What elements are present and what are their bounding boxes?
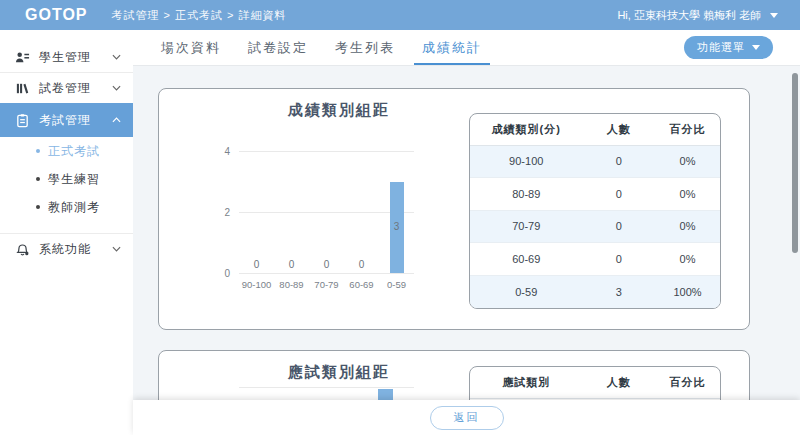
chart-columns: 00003: [239, 151, 414, 273]
sidebar-item-system-functions[interactable]: 系統功能: [0, 234, 133, 264]
tab-label: 試卷設定: [248, 39, 308, 57]
table-header-cell: 百分比: [655, 367, 720, 398]
y-axis-tick: 0: [224, 268, 230, 279]
bar-value-label: 0: [324, 260, 330, 270]
category-label: 0-59: [379, 279, 414, 290]
tab-label: 場次資料: [161, 39, 221, 57]
category-label: 90-100: [239, 279, 274, 290]
chart-bar: 3: [390, 182, 404, 274]
chevron-down-icon: [112, 246, 121, 252]
brand-logo[interactable]: GOTOP: [25, 6, 88, 24]
sidebar-item-paper-management[interactable]: 試卷管理: [0, 73, 133, 103]
table-cell: 0%: [655, 210, 720, 243]
exam-type-bar-chart: 2: [239, 351, 414, 400]
sidebar-subitem-formal-exam[interactable]: 正式考試: [0, 137, 133, 165]
table-cell: 0-59: [470, 275, 583, 308]
app-header: GOTOP 考試管理 > 正式考試 > 詳細資料 Hi, 亞東科技大學 賴梅利 …: [0, 0, 800, 30]
sidebar-subitem-label: 教師測考: [48, 199, 100, 216]
bullet-dot: [36, 205, 40, 209]
chevron-down-icon: [112, 54, 121, 60]
bullet-dot: [36, 177, 40, 181]
sidebar-subitem-student-practice[interactable]: 學生練習: [0, 165, 133, 193]
sidebar-item-label: 學生管理: [39, 49, 103, 66]
tab-session-info[interactable]: 場次資料: [155, 30, 227, 65]
table-cell: 0%: [655, 178, 720, 211]
tab-bar: 場次資料 試卷設定 考生列表 成績統計 功能選單: [133, 30, 800, 66]
sidebar-subitem-label: 正式考試: [48, 143, 100, 160]
table-cell: 0: [583, 243, 656, 276]
score-distribution-card: 成績類別組距 4 2 0 00003 90-10080-8970-7960-69…: [158, 88, 750, 330]
content-area: 場次資料 試卷設定 考生列表 成績統計 功能選單 成績類別組距: [133, 30, 800, 435]
category-label: 60-69: [344, 279, 379, 290]
menu-button-label: 功能選單: [697, 40, 745, 55]
table-cell: 90-100: [470, 145, 583, 178]
bar-value-label: 3: [390, 222, 404, 232]
chart-title: 成績類別組距: [199, 101, 479, 120]
chevron-down-icon: [770, 13, 778, 18]
chart-column: 0: [239, 151, 274, 273]
bar-value-label: 0: [254, 260, 260, 270]
table-row: 80-89 0 0%: [470, 178, 720, 211]
table-header-cell: 人數: [583, 114, 656, 145]
category-label: 80-89: [274, 279, 309, 290]
tab-paper-settings[interactable]: 試卷設定: [242, 30, 314, 65]
chart-category-labels: 90-10080-8970-7960-690-59: [239, 279, 414, 290]
table-cell: 100%: [655, 275, 720, 308]
user-greeting: Hi, 亞東科技大學 賴梅利 老師: [617, 8, 761, 23]
sidebar: 學生管理 試卷管理 考試管理 正式考試: [0, 30, 133, 435]
chart-column: 0: [344, 151, 379, 273]
tab-label: 成績統計: [422, 39, 482, 57]
table-row: 0-59 3 100%: [470, 275, 720, 308]
user-menu[interactable]: Hi, 亞東科技大學 賴梅利 老師: [617, 8, 778, 23]
chart-column: 0: [309, 151, 344, 273]
bar-value-label: 0: [289, 260, 295, 270]
gridline: 0: [239, 273, 414, 274]
back-button[interactable]: 返回: [430, 406, 504, 430]
table-row: 70-79 0 0%: [470, 210, 720, 243]
tab-candidate-list[interactable]: 考生列表: [329, 30, 401, 65]
sidebar-subitem-teacher-test[interactable]: 教師測考: [0, 193, 133, 221]
exam-icon: [15, 113, 30, 128]
table-cell: 0: [583, 145, 656, 178]
breadcrumb[interactable]: 考試管理 > 正式考試 > 詳細資料: [112, 8, 287, 23]
table-header-cell: 人數: [583, 367, 656, 398]
chevron-down-icon: [752, 45, 760, 50]
table-cell: 0: [583, 178, 656, 211]
table-header-row: 成績類別(分) 人數 百分比: [470, 114, 720, 145]
table-cell: 80-89: [470, 178, 583, 211]
exam-type-table: 應試類別 人數 百分比: [469, 366, 721, 400]
table-row: 60-69 0 0%: [470, 243, 720, 276]
table-cell: 0: [583, 210, 656, 243]
sidebar-item-exam-management[interactable]: 考試管理: [0, 103, 133, 137]
function-menu-button[interactable]: 功能選單: [684, 36, 773, 59]
main-layout: 學生管理 試卷管理 考試管理 正式考試: [0, 30, 800, 435]
students-icon: [15, 50, 30, 65]
papers-icon: [15, 81, 30, 96]
table-cell: 70-79: [470, 210, 583, 243]
active-tab-underline: [414, 63, 490, 65]
gridline: 2: [239, 387, 414, 388]
sidebar-subitem-label: 學生練習: [48, 171, 100, 188]
tab-label: 考生列表: [335, 39, 395, 57]
tab-score-statistics[interactable]: 成績統計: [416, 30, 488, 65]
system-icon: [15, 242, 30, 257]
chart-column: 3: [379, 151, 414, 273]
scroll-region[interactable]: 成績類別組距 4 2 0 00003 90-10080-8970-7960-69…: [133, 66, 800, 400]
category-label: 70-79: [309, 279, 344, 290]
score-bar-chart: 4 2 0 00003 90-10080-8970-7960-690-59: [239, 151, 414, 273]
table-header-cell: 成績類別(分): [470, 114, 583, 145]
score-table: 成績類別(分) 人數 百分比 90-100 0 0%: [469, 113, 721, 309]
chevron-down-icon: [112, 85, 121, 91]
bar-value-label: 0: [359, 260, 365, 270]
sidebar-item-label: 考試管理: [39, 112, 103, 129]
exam-type-card: 應試類別組距 2 應試類別 人數 百分比: [158, 350, 750, 400]
sidebar-item-student-management[interactable]: 學生管理: [0, 42, 133, 72]
y-axis-tick: 2: [224, 207, 230, 218]
scrollbar-thumb[interactable]: [792, 73, 798, 253]
table-cell: 0%: [655, 243, 720, 276]
table-cell: 60-69: [470, 243, 583, 276]
table-header-row: 應試類別 人數 百分比: [470, 367, 720, 398]
table-header-cell: 百分比: [655, 114, 720, 145]
table-cell: 3: [583, 275, 656, 308]
chevron-up-icon: [112, 117, 121, 123]
